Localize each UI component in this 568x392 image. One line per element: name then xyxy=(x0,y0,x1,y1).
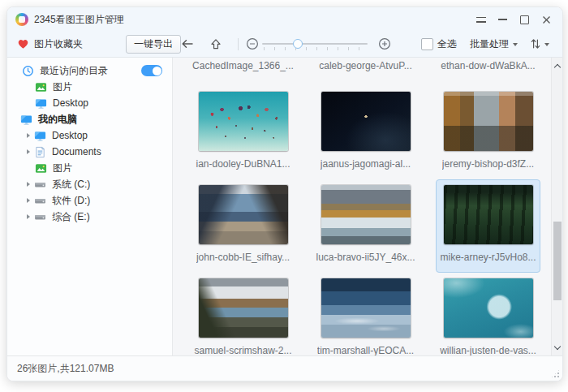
maximize-icon xyxy=(520,15,529,24)
grid-partial-row: CachedImage_1366_...caleb-george-AtvuP..… xyxy=(173,58,551,86)
image-thumbnail xyxy=(321,92,411,151)
expand-arrow-icon[interactable] xyxy=(27,214,30,219)
expand-arrow-icon[interactable] xyxy=(27,198,30,203)
select-all-control[interactable]: 全选 xyxy=(421,37,457,51)
statusbar: 26张图片,共121.07MB xyxy=(7,355,562,381)
sidebar-computer-items: DesktopDocuments图片系统 (C:)软件 (D:)综合 (E:) xyxy=(7,127,172,225)
resize-grip[interactable] xyxy=(551,369,560,378)
minimize-button[interactable] xyxy=(492,10,514,29)
zoom-slider-track[interactable] xyxy=(262,43,368,45)
image-filename[interactable]: ethan-dow-dWaBkA... xyxy=(427,58,549,86)
scroll-up-button[interactable] xyxy=(552,59,562,72)
select-all-checkbox[interactable] xyxy=(421,38,433,50)
image-cell[interactable]: luca-bravo-ii5JY_46x... xyxy=(313,179,418,273)
sidebar-item-label: Desktop xyxy=(53,97,88,109)
image-filename: samuel-scrimshaw-2... xyxy=(194,345,291,355)
drive-icon xyxy=(34,179,46,191)
sidebar-item-computer-1[interactable]: Documents xyxy=(7,144,172,160)
image-grid-area: CachedImage_1366_...caleb-george-AtvuP..… xyxy=(173,58,562,355)
sidebar-item-computer-5[interactable]: 综合 (E:) xyxy=(7,209,172,225)
minimize-icon xyxy=(498,19,507,19)
grid-scroll-viewport: CachedImage_1366_...caleb-george-AtvuP..… xyxy=(173,58,551,355)
sidebar-computer-header[interactable]: 我的电脑 xyxy=(7,111,172,127)
export-button-label: 一键导出 xyxy=(134,37,173,51)
maximize-button[interactable] xyxy=(514,10,536,29)
image-thumbnail xyxy=(444,185,533,244)
image-filename: tim-marshall-yEOCA... xyxy=(317,345,414,355)
image-cell[interactable]: jaanus-jagomagi-al... xyxy=(313,86,418,179)
export-button[interactable]: 一键导出 xyxy=(126,35,181,54)
favorites-button[interactable]: 图片收藏夹 xyxy=(17,32,83,56)
image-filename[interactable]: caleb-george-AtvuP... xyxy=(304,58,427,86)
image-cell-selected[interactable]: mike-arney-rJ5vHo8... xyxy=(436,179,540,273)
vertical-scrollbar[interactable] xyxy=(551,58,562,355)
image-cell[interactable]: willian-justen-de-vas... xyxy=(436,273,540,355)
up-directory-button[interactable] xyxy=(209,32,222,56)
image-filename[interactable]: CachedImage_1366_... xyxy=(182,58,304,86)
status-text: 26张图片,共121.07MB xyxy=(17,362,114,376)
zoom-slider[interactable] xyxy=(262,32,368,56)
image-cell[interactable]: tim-marshall-yEOCA... xyxy=(313,273,418,355)
sidebar-item-computer-4[interactable]: 软件 (D:) xyxy=(7,192,172,209)
batch-process-label: 批量处理 xyxy=(470,37,509,51)
chevron-up-icon xyxy=(553,63,560,70)
content-area: 最近访问的目录 图片Desktop 我的电脑 DesktopDocuments图… xyxy=(7,58,562,355)
image-thumbnail xyxy=(321,185,411,244)
titlebar: 2345看图王图片管理 xyxy=(7,7,562,32)
expand-arrow-icon[interactable] xyxy=(27,133,30,138)
sidebar: 最近访问的目录 图片Desktop 我的电脑 DesktopDocuments图… xyxy=(7,58,173,355)
image-filename: luca-bravo-ii5JY_46x... xyxy=(316,252,415,263)
image-thumbnail xyxy=(444,278,533,338)
window-title: 2345看图王图片管理 xyxy=(34,13,124,27)
sort-order-dropdown[interactable] xyxy=(531,38,549,50)
app-logo-icon xyxy=(15,13,28,26)
app-window: 2345看图王图片管理 图片收藏夹 一键导出 xyxy=(6,6,563,381)
sidebar-item-recent-1[interactable]: Desktop xyxy=(7,95,172,111)
monitor-icon xyxy=(35,97,47,110)
sidebar-item-computer-3[interactable]: 系统 (C:) xyxy=(7,176,172,192)
picture-icon xyxy=(35,81,47,93)
sidebar-recent-header[interactable]: 最近访问的目录 xyxy=(7,62,172,79)
zoom-in-button[interactable] xyxy=(378,32,391,56)
sidebar-item-computer-2[interactable]: 图片 xyxy=(7,160,172,176)
back-button[interactable] xyxy=(181,32,194,56)
expand-arrow-icon[interactable] xyxy=(27,149,30,154)
sidebar-item-label: 图片 xyxy=(53,162,72,175)
image-thumbnail xyxy=(199,185,288,244)
zoom-out-button[interactable] xyxy=(246,32,259,56)
sidebar-computer-label: 我的电脑 xyxy=(38,113,77,127)
image-cell[interactable]: samuel-scrimshaw-2... xyxy=(191,273,295,355)
drive-icon xyxy=(34,195,46,207)
select-all-label: 全选 xyxy=(437,37,457,51)
picture-icon xyxy=(35,162,47,174)
image-cell[interactable]: jeremy-bishop-d3fZ... xyxy=(436,86,540,179)
zoom-in-icon xyxy=(378,37,391,50)
sidebar-item-computer-0[interactable]: Desktop xyxy=(7,127,172,144)
image-thumbnail xyxy=(444,92,533,151)
scroll-down-button[interactable] xyxy=(552,341,562,354)
menu-icon[interactable] xyxy=(470,10,492,29)
image-cell[interactable]: ian-dooley-DuBNA1... xyxy=(191,86,295,179)
image-filename: mike-arney-rJ5vHo8... xyxy=(440,252,536,263)
monitor-icon xyxy=(34,130,46,142)
clock-icon xyxy=(22,65,34,77)
zoom-slider-ticks xyxy=(264,47,368,50)
sidebar-item-label: 软件 (D:) xyxy=(52,194,90,208)
sidebar-recent-items: 图片Desktop xyxy=(7,79,172,111)
scrollbar-thumb[interactable] xyxy=(553,222,562,300)
chevron-down-icon xyxy=(513,43,518,46)
expand-arrow-icon[interactable] xyxy=(27,182,30,187)
image-filename: jaanus-jagomagi-al... xyxy=(321,158,411,170)
close-button[interactable] xyxy=(536,10,557,29)
sidebar-item-label: 系统 (C:) xyxy=(52,178,90,192)
sort-icon xyxy=(531,38,540,50)
batch-process-dropdown[interactable]: 批量处理 xyxy=(470,37,518,51)
menu-lines-icon xyxy=(476,17,486,23)
sidebar-item-recent-0[interactable]: 图片 xyxy=(7,79,172,95)
grid-cells: ian-dooley-DuBNA1...jaanus-jagomagi-al..… xyxy=(173,86,551,355)
sidebar-item-label: Documents xyxy=(52,146,101,157)
image-cell[interactable]: john-cobb-IE_sifhay... xyxy=(191,179,295,273)
close-icon xyxy=(542,15,551,24)
recent-toggle-switch[interactable] xyxy=(141,65,162,76)
sidebar-recent-label: 最近访问的目录 xyxy=(40,64,108,78)
